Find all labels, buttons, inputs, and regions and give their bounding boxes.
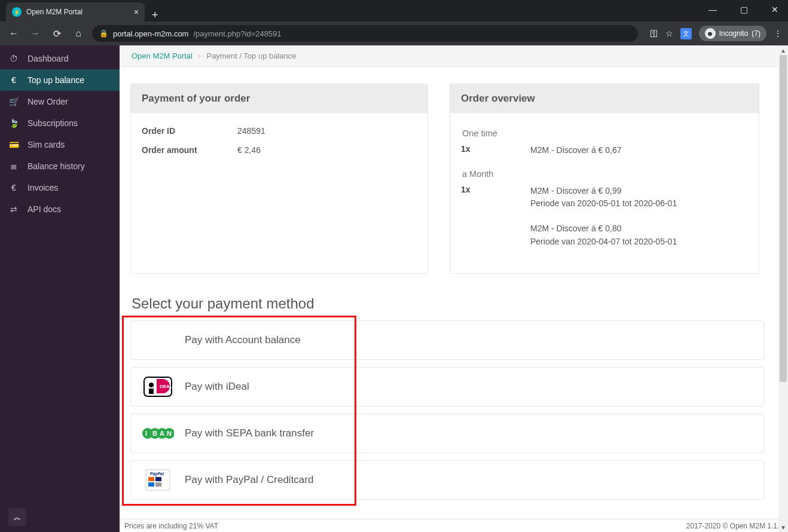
dashboard-icon: ⏱ bbox=[8, 54, 19, 63]
sidebar-item-label: Dashboard bbox=[28, 54, 69, 63]
panel-title: Payment of your order bbox=[131, 84, 427, 113]
sidebar-item-dashboard[interactable]: ⏱ Dashboard bbox=[0, 48, 120, 69]
sidebar-item-neworder[interactable]: 🛒 New Order bbox=[0, 91, 120, 112]
minimize-button[interactable]: — bbox=[703, 5, 722, 14]
svg-text:I: I bbox=[145, 430, 147, 437]
shuffle-icon: ⇄ bbox=[8, 204, 19, 214]
star-icon[interactable]: ☆ bbox=[665, 29, 673, 38]
overview-month-line: Periode van 2020-05-01 tot 2020-06-01 bbox=[530, 197, 677, 210]
order-amount-value: € 2,46 bbox=[237, 145, 261, 155]
sidebar-item-label: Balance history bbox=[28, 161, 85, 171]
scroll-down-icon[interactable]: ▼ bbox=[778, 522, 788, 532]
svg-text:A: A bbox=[160, 430, 164, 437]
cart-icon: 🛒 bbox=[8, 97, 19, 106]
overview-panel: Order overview One time 1x M2M - Discove… bbox=[450, 84, 759, 274]
sidebar-item-label: Subscriptions bbox=[28, 118, 78, 128]
footer-left: Prices are including 21% VAT bbox=[124, 522, 218, 530]
paypal-icon: PayPal bbox=[142, 469, 174, 491]
key-icon[interactable]: ⚿ bbox=[650, 29, 658, 38]
overview-month-line: Periode van 2020-04-07 tot 2020-05-01 bbox=[530, 236, 677, 249]
vertical-scrollbar[interactable]: ▲ ▼ bbox=[778, 45, 788, 532]
footer-right: 2017-2020 © Open M2M 1.1.2 bbox=[686, 522, 783, 530]
overview-month-qty: 1x bbox=[461, 185, 530, 194]
overview-month-line: M2M - Discover á € 0,99 bbox=[530, 185, 677, 198]
sidebar-item-label: Invoices bbox=[28, 183, 58, 192]
iban-icon: IBAN bbox=[142, 427, 174, 440]
method-label: Pay with iDeal bbox=[185, 381, 249, 393]
payment-method-list: Pay with Account balance DEAL Pay with i… bbox=[130, 320, 764, 500]
incognito-badge[interactable]: ☻ Incognito (7) bbox=[699, 26, 766, 41]
order-id-value: 248591 bbox=[237, 126, 265, 136]
breadcrumb-sep-icon: › bbox=[198, 51, 201, 60]
method-sepa[interactable]: IBAN Pay with SEPA bank transfer bbox=[130, 414, 764, 453]
svg-rect-14 bbox=[148, 477, 154, 481]
forward-button[interactable]: → bbox=[28, 28, 43, 39]
address-toolbar: ← → ⟳ ⌂ 🔒 portal.open-m2m.com/payment.ph… bbox=[0, 22, 788, 45]
order-id-label: Order ID bbox=[142, 126, 237, 136]
sidebar-item-label: Sim cards bbox=[28, 140, 65, 149]
payment-panel: Payment of your order Order ID 248591 Or… bbox=[130, 84, 428, 274]
sidebar-item-invoices[interactable]: € Invoices bbox=[0, 177, 120, 198]
scroll-up-icon[interactable]: ▲ bbox=[778, 45, 788, 55]
sidebar-item-subscriptions[interactable]: 🍃 Subscriptions bbox=[0, 112, 120, 134]
euro-icon: € bbox=[8, 75, 19, 85]
home-button[interactable]: ⌂ bbox=[71, 28, 86, 39]
incognito-count: (7) bbox=[752, 29, 760, 38]
lock-icon: 🔒 bbox=[99, 29, 108, 38]
overview-onetime-qty: 1x bbox=[461, 144, 530, 154]
sidebar-item-label: Top up balance bbox=[28, 75, 84, 85]
svg-rect-16 bbox=[148, 482, 154, 487]
overview-onetime-head: One time bbox=[462, 129, 748, 138]
method-label: Pay with PayPal / Creditcard bbox=[185, 474, 313, 486]
list-icon: ≣ bbox=[8, 161, 19, 171]
window-controls: — ▢ ✕ bbox=[703, 5, 784, 14]
url-host: portal.open-m2m.com bbox=[113, 29, 188, 38]
breadcrumb-current: Payment / Top up balance bbox=[206, 51, 296, 60]
url-path: /payment.php?id=248591 bbox=[193, 29, 281, 38]
tab-title: Open M2M Portal bbox=[26, 8, 129, 16]
svg-text:DEAL: DEAL bbox=[160, 384, 172, 389]
new-tab-button[interactable]: + bbox=[145, 9, 166, 22]
card-icon: 💳 bbox=[8, 140, 19, 149]
close-window-button[interactable]: ✕ bbox=[765, 5, 784, 14]
overview-month-head: a Month bbox=[462, 169, 748, 179]
maximize-button[interactable]: ▢ bbox=[734, 5, 753, 14]
method-label: Pay with SEPA bank transfer bbox=[185, 427, 314, 439]
sidebar-item-topup[interactable]: € Top up balance bbox=[0, 69, 120, 91]
leaf-icon: 🍃 bbox=[8, 118, 19, 128]
overview-onetime-desc: M2M - Discover á € 0,67 bbox=[530, 144, 622, 157]
browser-tab[interactable]: ⚡ Open M2M Portal × bbox=[6, 2, 145, 22]
method-label: Pay with Account balance bbox=[185, 334, 301, 346]
sidebar-item-label: New Order bbox=[28, 97, 68, 106]
tab-close-icon[interactable]: × bbox=[134, 7, 139, 17]
back-button[interactable]: ← bbox=[6, 28, 22, 39]
svg-rect-15 bbox=[155, 477, 161, 481]
sidebar-item-apidocs[interactable]: ⇄ API docs bbox=[0, 198, 120, 220]
sidebar-item-balancehistory[interactable]: ≣ Balance history bbox=[0, 155, 120, 177]
menu-icon[interactable]: ⋮ bbox=[774, 29, 782, 38]
incognito-label: Incognito bbox=[719, 29, 749, 38]
translate-icon[interactable]: 文 bbox=[680, 28, 692, 39]
euro-icon: € bbox=[8, 183, 19, 192]
content: Open M2M Portal › Payment / Top up balan… bbox=[120, 45, 788, 532]
address-bar[interactable]: 🔒 portal.open-m2m.com/payment.php?id=248… bbox=[92, 25, 638, 42]
method-ideal[interactable]: DEAL Pay with iDeal bbox=[130, 367, 764, 406]
scroll-thumb[interactable] bbox=[780, 55, 787, 382]
scroll-top-button[interactable]: ︽ bbox=[8, 508, 26, 526]
favicon-icon: ⚡ bbox=[12, 7, 22, 17]
svg-text:PayPal: PayPal bbox=[150, 472, 164, 476]
svg-rect-17 bbox=[155, 482, 161, 487]
ideal-icon: DEAL bbox=[142, 377, 174, 397]
sidebar-item-simcards[interactable]: 💳 Sim cards bbox=[0, 134, 120, 155]
sidebar-item-label: API docs bbox=[28, 204, 61, 214]
reload-button[interactable]: ⟳ bbox=[49, 28, 65, 39]
method-paypal[interactable]: PayPal Pay with PayPal / Creditcard bbox=[130, 460, 764, 500]
incognito-icon: ☻ bbox=[705, 28, 716, 39]
panel-title: Order overview bbox=[450, 84, 759, 113]
sidebar: ⏱ Dashboard € Top up balance 🛒 New Order… bbox=[0, 45, 120, 532]
breadcrumb-root[interactable]: Open M2M Portal bbox=[132, 51, 193, 60]
methods-heading: Select your payment method bbox=[132, 295, 777, 312]
svg-text:N: N bbox=[167, 430, 172, 437]
method-account-balance[interactable]: Pay with Account balance bbox=[130, 320, 764, 360]
footer: Prices are including 21% VAT 2017-2020 ©… bbox=[120, 519, 788, 532]
